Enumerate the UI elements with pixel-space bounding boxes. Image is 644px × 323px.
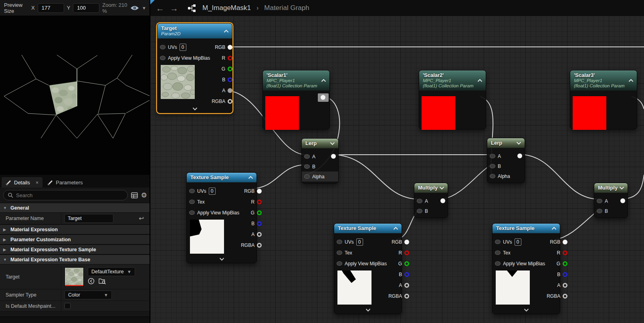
pin-output-rgba[interactable]: [257, 243, 262, 248]
pin-input-tex[interactable]: [495, 250, 501, 255]
node-target[interactable]: TargetParam2DUVs0Apply View MipBiasRGBRG…: [157, 23, 232, 113]
node-header[interactable]: Texture Sample: [187, 173, 256, 182]
pin-output-a[interactable]: [404, 283, 409, 288]
pin-output-g[interactable]: [228, 67, 232, 71]
pin-output-rgb[interactable]: [257, 189, 262, 194]
pin-input-b[interactable]: [417, 209, 422, 213]
pin-output[interactable]: [620, 198, 625, 203]
pin-input-apply-view-mipbias[interactable]: [495, 261, 501, 266]
pin-input-apply-view-mipbias[interactable]: [160, 56, 166, 60]
preview-y-input[interactable]: [73, 3, 99, 13]
node-ts1[interactable]: Texture SampleUVs0TexApply View MipBiasR…: [186, 172, 257, 263]
node-header[interactable]: Multiply: [594, 183, 628, 193]
pin-output-a[interactable]: [257, 232, 262, 237]
section-texture-sample[interactable]: ▶ Material Expression Texture Sample: [0, 244, 150, 254]
node-scalar1[interactable]: 'Scalar1'MPC_Player1(float1) Collection …: [262, 70, 330, 129]
node-lerp1[interactable]: LerpABAlpha: [301, 138, 339, 184]
pin-output-rgb[interactable]: [563, 240, 567, 244]
section-texture-base[interactable]: ▼ Material Expression Texture Base: [0, 254, 150, 264]
uv-index-value[interactable]: 0: [356, 238, 363, 246]
node-header[interactable]: Lerp: [487, 138, 525, 148]
preview-x-input[interactable]: [38, 3, 64, 13]
pin-input-b[interactable]: [490, 164, 495, 168]
expand-chevron-icon[interactable]: [187, 257, 256, 263]
section-parameter-customization[interactable]: ▶ Parameter Customization: [0, 234, 150, 244]
node-header[interactable]: Lerp: [302, 139, 338, 148]
uv-index-value[interactable]: 0: [515, 238, 521, 246]
pin-output-r[interactable]: [228, 56, 232, 61]
pin-output-r[interactable]: [257, 200, 262, 204]
sampler-type-dropdown[interactable]: Color ▼: [65, 291, 112, 299]
collapse-chevron-up-icon[interactable]: [628, 79, 634, 83]
browse-to-asset-icon[interactable]: [99, 278, 106, 285]
node-header[interactable]: Multiply: [414, 183, 448, 193]
eye-icon[interactable]: [130, 5, 139, 11]
collapse-chevron-up-icon[interactable]: [224, 29, 229, 33]
material-graph-canvas[interactable]: ← → M_ImageMask1 › Material Graph Target…: [150, 0, 644, 323]
pin-output-rgba[interactable]: [228, 99, 232, 104]
pin-input-b[interactable]: [597, 209, 602, 213]
collapse-chevron-up-icon[interactable]: [393, 227, 398, 230]
pin-input-uvs[interactable]: [337, 240, 342, 244]
settings-gear-icon[interactable]: ⚙: [141, 192, 147, 199]
pin-input-a[interactable]: [304, 154, 310, 159]
node-ts2[interactable]: Texture SampleUVs0TexApply View MipBiasR…: [334, 223, 402, 314]
node-multiply1[interactable]: MultiplyAB: [414, 183, 448, 218]
collapse-chevron-up-icon[interactable]: [477, 79, 482, 83]
collapse-chevron-down-icon[interactable]: [439, 186, 444, 190]
pin-input-b[interactable]: [304, 164, 310, 169]
pin-input-a[interactable]: [597, 199, 602, 203]
reset-to-default-icon[interactable]: ↩: [139, 215, 144, 222]
node-multiply2[interactable]: MultiplyAB: [594, 183, 628, 218]
uv-index-value[interactable]: 0: [180, 44, 186, 51]
collapse-chevron-down-icon[interactable]: [619, 186, 624, 190]
pin-output-r[interactable]: [404, 250, 409, 255]
collapse-chevron-down-icon[interactable]: [516, 141, 521, 145]
breadcrumb-asset[interactable]: M_ImageMask1: [202, 4, 251, 12]
preview-viewport[interactable]: [0, 16, 150, 174]
texture-asset-dropdown[interactable]: DefaultTexture ▼: [88, 267, 135, 276]
collapse-chevron-up-icon[interactable]: [551, 227, 557, 230]
preview-options-chevron-icon[interactable]: ▼: [142, 6, 146, 10]
pin-output-a[interactable]: [563, 283, 567, 288]
pin-output[interactable]: [331, 154, 336, 159]
tab-parameters[interactable]: Parameters: [43, 177, 87, 188]
back-arrow-icon[interactable]: ←: [156, 4, 164, 12]
forward-arrow-icon[interactable]: →: [170, 4, 178, 12]
node-lerp2[interactable]: LerpABAlpha: [487, 138, 525, 183]
panel-splitter[interactable]: [149, 0, 150, 323]
pin-input-tex[interactable]: [189, 200, 195, 204]
close-icon[interactable]: ×: [36, 180, 39, 186]
pin-input-a[interactable]: [490, 154, 495, 158]
pin-output-rgb[interactable]: [228, 45, 232, 50]
collapse-chevron-up-icon[interactable]: [248, 176, 253, 180]
node-header[interactable]: Texture Sample: [334, 224, 402, 233]
expand-chevron-icon[interactable]: [157, 107, 232, 113]
uv-index-value[interactable]: 0: [209, 188, 216, 195]
texture-thumbnail[interactable]: [65, 267, 84, 287]
wire-lerp1.out-to-multiply1.A[interactable]: [333, 155, 419, 199]
wire-ts1.RGB-to-lerp1.B[interactable]: [251, 165, 306, 189]
pin-output-b[interactable]: [228, 77, 232, 82]
search-input[interactable]: Search: [3, 190, 128, 200]
node-header[interactable]: 'Scalar3'MPC_Player1(float1) Collection …: [570, 71, 637, 91]
pin-output-g[interactable]: [404, 261, 409, 266]
pin-input-alpha[interactable]: [304, 174, 310, 179]
node-header[interactable]: 'Scalar2'MPC_Player1(float1) Collection …: [419, 71, 486, 91]
wire-multiply1.out-to-lerp2.B[interactable]: [442, 165, 491, 199]
pin-output-a[interactable]: [228, 88, 232, 93]
node-scalar3[interactable]: 'Scalar3'MPC_Player1(float1) Collection …: [570, 70, 637, 129]
collapse-chevron-down-icon[interactable]: [330, 142, 335, 145]
parameter-name-input[interactable]: [65, 214, 113, 223]
pin-output[interactable]: [440, 198, 445, 203]
use-selected-asset-icon[interactable]: [88, 278, 95, 285]
pin-output[interactable]: [517, 153, 522, 158]
pin-output-b[interactable]: [404, 272, 409, 277]
meshpaint-checkbox[interactable]: [65, 303, 71, 309]
pin-output-rgba[interactable]: [563, 294, 567, 299]
node-header[interactable]: TargetParam2D: [157, 24, 232, 38]
pin-output-g[interactable]: [257, 210, 262, 215]
wire-lerp2.out-to-multiply2.A[interactable]: [519, 154, 599, 199]
expand-chevron-icon[interactable]: [334, 308, 402, 314]
pin-output-b[interactable]: [563, 272, 567, 277]
